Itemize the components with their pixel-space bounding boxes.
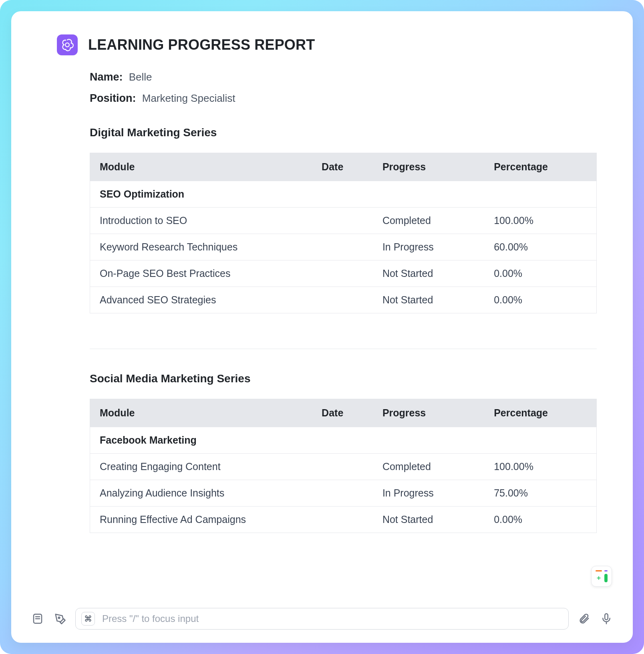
series-2-table: Module Date Progress Percentage Facebook… <box>90 399 597 533</box>
cell-date <box>313 208 374 234</box>
cell-module: Creating Engaging Content <box>90 454 313 480</box>
table-header-row: Module Date Progress Percentage <box>90 153 597 181</box>
table-subhead: Facebook Marketing <box>90 427 597 454</box>
th-date: Date <box>313 399 374 427</box>
th-progress: Progress <box>374 399 485 427</box>
tile-dot-green <box>604 574 608 582</box>
cell-date <box>313 234 374 260</box>
cell-progress: In Progress <box>374 234 485 260</box>
series-1: Digital Marketing Series Module Date Pro… <box>90 126 597 313</box>
th-module: Module <box>90 153 313 181</box>
app-frame: LEARNING PROGRESS REPORT Name: Belle Pos… <box>0 0 644 654</box>
library-button[interactable] <box>30 612 45 626</box>
svg-point-4 <box>58 617 60 619</box>
cell-percentage: 100.00% <box>485 454 596 480</box>
cell-module: Advanced SEO Strategies <box>90 287 313 313</box>
th-module: Module <box>90 399 313 427</box>
cell-module: Introduction to SEO <box>90 208 313 234</box>
prompt-input[interactable] <box>101 608 563 629</box>
table-row: On-Page SEO Best Practices Not Started 0… <box>90 260 597 287</box>
th-percentage: Percentage <box>485 399 596 427</box>
group-title: SEO Optimization <box>90 181 313 208</box>
table-subhead: SEO Optimization <box>90 181 597 208</box>
series-2: Social Media Marketing Series Module Dat… <box>90 372 597 533</box>
cell-module: Running Effective Ad Campaigns <box>90 507 313 533</box>
cell-module: Analyzing Audience Insights <box>90 480 313 507</box>
cell-date <box>313 287 374 313</box>
table-row: Introduction to SEO Completed 100.00% <box>90 208 597 234</box>
document-page: LEARNING PROGRESS REPORT Name: Belle Pos… <box>11 11 633 643</box>
plus-icon: ＋ <box>596 574 602 582</box>
cell-module: Keyword Research Techniques <box>90 234 313 260</box>
title-row: LEARNING PROGRESS REPORT <box>57 34 597 55</box>
cell-progress: Not Started <box>374 287 485 313</box>
svg-rect-5 <box>605 614 608 620</box>
section-divider <box>90 349 597 349</box>
th-percentage: Percentage <box>485 153 596 181</box>
cell-date <box>313 454 374 480</box>
position-value: Marketing Specialist <box>142 92 235 104</box>
cell-date <box>313 260 374 287</box>
cell-percentage: 100.00% <box>485 208 596 234</box>
th-progress: Progress <box>374 153 485 181</box>
prompt-input-wrap[interactable]: ⌘ <box>75 608 569 630</box>
cell-progress: Not Started <box>374 260 485 287</box>
pen-nib-icon <box>54 613 66 625</box>
prompt-bar: ⌘ <box>22 607 622 631</box>
table-row: Creating Engaging Content Completed 100.… <box>90 454 597 480</box>
openai-logo-icon <box>60 38 74 52</box>
learner-name-row: Name: Belle <box>90 67 597 88</box>
name-value: Belle <box>129 71 152 83</box>
learner-meta: Name: Belle Position: Marketing Speciali… <box>90 67 597 109</box>
svg-point-0 <box>65 43 69 47</box>
pen-tool-button[interactable] <box>53 612 67 626</box>
group-title: Facebook Marketing <box>90 427 313 454</box>
cell-percentage: 60.00% <box>485 234 596 260</box>
series-1-table: Module Date Progress Percentage SEO Opti… <box>90 153 597 313</box>
series-1-title: Digital Marketing Series <box>90 126 597 139</box>
cell-progress: Completed <box>374 208 485 234</box>
cell-percentage: 0.00% <box>485 287 596 313</box>
table-row: Running Effective Ad Campaigns Not Start… <box>90 507 597 533</box>
apps-tile-button[interactable]: ＋ <box>591 566 612 587</box>
series-2-title: Social Media Marketing Series <box>90 372 597 385</box>
cell-percentage: 0.00% <box>485 260 596 287</box>
tile-dot-orange <box>596 570 602 571</box>
table-row: Keyword Research Techniques In Progress … <box>90 234 597 260</box>
cell-module: On-Page SEO Best Practices <box>90 260 313 287</box>
paperclip-icon <box>578 613 590 625</box>
cell-percentage: 75.00% <box>485 480 596 507</box>
attach-button[interactable] <box>577 612 591 626</box>
cell-percentage: 0.00% <box>485 507 596 533</box>
cell-progress: Not Started <box>374 507 485 533</box>
name-label: Name: <box>90 71 123 83</box>
command-key-pill: ⌘ <box>81 612 95 626</box>
cell-date <box>313 507 374 533</box>
cell-progress: Completed <box>374 454 485 480</box>
mic-button[interactable] <box>599 612 614 626</box>
table-row: Analyzing Audience Insights In Progress … <box>90 480 597 507</box>
book-icon <box>32 613 44 625</box>
microphone-icon <box>600 613 612 625</box>
table-row: Advanced SEO Strategies Not Started 0.00… <box>90 287 597 313</box>
table-header-row: Module Date Progress Percentage <box>90 399 597 427</box>
position-label: Position: <box>90 92 136 104</box>
cell-progress: In Progress <box>374 480 485 507</box>
app-logo-badge <box>57 34 78 55</box>
app-window: LEARNING PROGRESS REPORT Name: Belle Pos… <box>11 11 633 643</box>
th-date: Date <box>313 153 374 181</box>
cell-date <box>313 480 374 507</box>
tile-dot-purple <box>604 570 608 571</box>
page-title: LEARNING PROGRESS REPORT <box>88 36 315 53</box>
learner-position-row: Position: Marketing Specialist <box>90 88 597 109</box>
